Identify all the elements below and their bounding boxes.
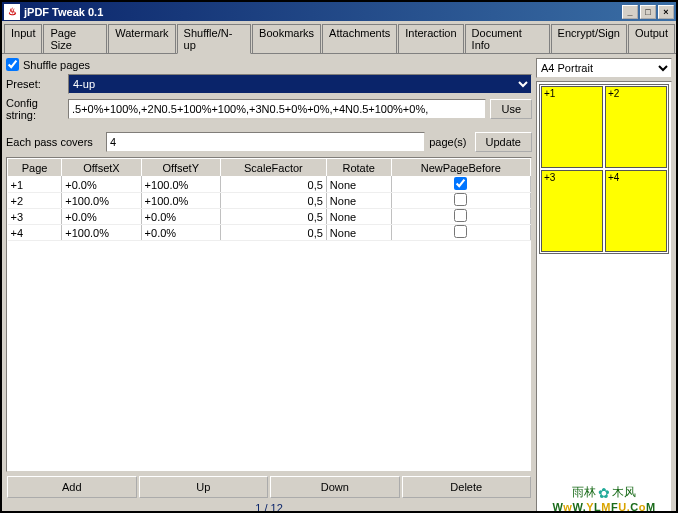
table-row[interactable]: +4+100.0%+0.0%0,5None (8, 225, 531, 241)
preset-label: Preset: (6, 78, 68, 90)
col-page[interactable]: Page (8, 159, 62, 177)
pass-input[interactable] (106, 132, 425, 152)
titlebar: ♨ jPDF Tweak 0.1 _ □ × (2, 2, 676, 21)
up-button[interactable]: Up (139, 476, 269, 498)
newpage-checkbox[interactable] (454, 193, 467, 206)
tab-watermark[interactable]: Watermark (108, 24, 175, 53)
watermark: 雨林✿木风 WwW.YLMFU.CoM (537, 484, 671, 513)
leaf-icon: ✿ (598, 485, 610, 501)
preset-select[interactable]: 4-up (68, 74, 532, 94)
down-button[interactable]: Down (270, 476, 400, 498)
table-row[interactable]: +2+100.0%+100.0%0,5None (8, 193, 531, 209)
tab-output[interactable]: Output (628, 24, 675, 53)
update-button[interactable]: Update (475, 132, 532, 152)
shuffle-label: Shuffle pages (23, 59, 90, 71)
preview-slot: +1 (541, 86, 603, 168)
close-button[interactable]: × (658, 5, 674, 19)
newpage-checkbox[interactable] (454, 225, 467, 238)
col-offsety[interactable]: OffsetY (141, 159, 220, 177)
paper-select[interactable]: A4 Portrait (536, 58, 672, 78)
shuffle-table[interactable]: PageOffsetXOffsetYScaleFactorRotateNewPa… (6, 157, 532, 472)
minimize-button[interactable]: _ (622, 5, 638, 19)
tab-page-size[interactable]: Page Size (43, 24, 107, 53)
delete-button[interactable]: Delete (402, 476, 532, 498)
preview-slot: +2 (605, 86, 667, 168)
preview-slot: +4 (605, 170, 667, 252)
col-rotate[interactable]: Rotate (326, 159, 391, 177)
col-scalefactor[interactable]: ScaleFactor (220, 159, 326, 177)
newpage-checkbox[interactable] (454, 209, 467, 222)
col-newpagebefore[interactable]: NewPageBefore (391, 159, 530, 177)
tab-interaction[interactable]: Interaction (398, 24, 463, 53)
shuffle-checkbox[interactable] (6, 58, 19, 71)
tab-bookmarks[interactable]: Bookmarks (252, 24, 321, 53)
tab-attachments[interactable]: Attachments (322, 24, 397, 53)
tab-bar: InputPage SizeWatermarkShuffle/N-upBookm… (2, 21, 676, 54)
java-icon: ♨ (4, 4, 20, 20)
tab-shuffle-n-up[interactable]: Shuffle/N-up (177, 24, 251, 54)
col-offsetx[interactable]: OffsetX (62, 159, 141, 177)
config-label: Config string: (6, 97, 68, 121)
pages-label: page(s) (425, 136, 470, 148)
config-input[interactable] (68, 99, 486, 119)
table-row[interactable]: +3+0.0%+0.0%0,5None (8, 209, 531, 225)
tab-encrypt-sign[interactable]: Encrypt/Sign (551, 24, 627, 53)
use-button[interactable]: Use (490, 99, 532, 119)
window-title: jPDF Tweak 0.1 (24, 6, 620, 18)
preview-slot: +3 (541, 170, 603, 252)
tab-document-info[interactable]: Document Info (465, 24, 550, 53)
add-button[interactable]: Add (7, 476, 137, 498)
table-row[interactable]: +1+0.0%+100.0%0,5None (8, 177, 531, 193)
pass-label: Each pass covers (6, 136, 106, 148)
preview-pane: +1+2+3+4 雨林✿木风 WwW.YLMFU.CoM (536, 81, 672, 513)
maximize-button[interactable]: □ (640, 5, 656, 19)
pager: 1 / 12 (6, 498, 532, 513)
tab-input[interactable]: Input (4, 24, 42, 53)
newpage-checkbox[interactable] (454, 177, 467, 190)
